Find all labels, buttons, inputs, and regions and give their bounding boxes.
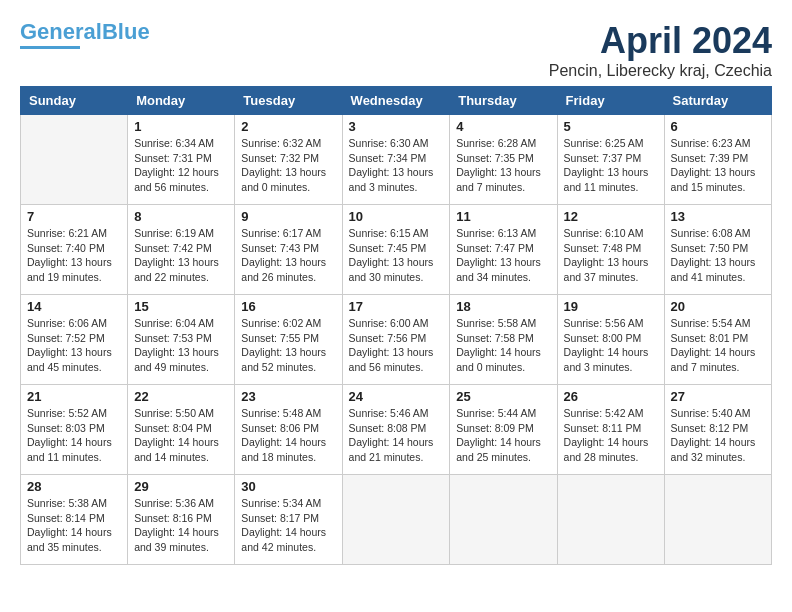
day-info: Sunrise: 6:25 AM Sunset: 7:37 PM Dayligh… xyxy=(564,136,658,195)
calendar-subtitle: Pencin, Liberecky kraj, Czechia xyxy=(549,62,772,80)
day-cell: 7Sunrise: 6:21 AM Sunset: 7:40 PM Daylig… xyxy=(21,205,128,295)
header-cell-saturday: Saturday xyxy=(664,87,771,115)
day-info: Sunrise: 6:10 AM Sunset: 7:48 PM Dayligh… xyxy=(564,226,658,285)
day-cell: 30Sunrise: 5:34 AM Sunset: 8:17 PM Dayli… xyxy=(235,475,342,565)
day-cell: 21Sunrise: 5:52 AM Sunset: 8:03 PM Dayli… xyxy=(21,385,128,475)
day-info: Sunrise: 6:23 AM Sunset: 7:39 PM Dayligh… xyxy=(671,136,765,195)
day-info: Sunrise: 5:46 AM Sunset: 8:08 PM Dayligh… xyxy=(349,406,444,465)
day-cell: 29Sunrise: 5:36 AM Sunset: 8:16 PM Dayli… xyxy=(128,475,235,565)
header-cell-tuesday: Tuesday xyxy=(235,87,342,115)
day-number: 7 xyxy=(27,209,121,224)
header-cell-monday: Monday xyxy=(128,87,235,115)
day-cell: 14Sunrise: 6:06 AM Sunset: 7:52 PM Dayli… xyxy=(21,295,128,385)
logo: GeneralBlue xyxy=(20,20,150,49)
week-row-4: 28Sunrise: 5:38 AM Sunset: 8:14 PM Dayli… xyxy=(21,475,772,565)
day-number: 29 xyxy=(134,479,228,494)
day-cell: 10Sunrise: 6:15 AM Sunset: 7:45 PM Dayli… xyxy=(342,205,450,295)
day-number: 10 xyxy=(349,209,444,224)
week-row-2: 14Sunrise: 6:06 AM Sunset: 7:52 PM Dayli… xyxy=(21,295,772,385)
day-cell xyxy=(342,475,450,565)
day-info: Sunrise: 5:58 AM Sunset: 7:58 PM Dayligh… xyxy=(456,316,550,375)
day-cell: 11Sunrise: 6:13 AM Sunset: 7:47 PM Dayli… xyxy=(450,205,557,295)
day-number: 13 xyxy=(671,209,765,224)
header-row: SundayMondayTuesdayWednesdayThursdayFrid… xyxy=(21,87,772,115)
day-number: 5 xyxy=(564,119,658,134)
day-info: Sunrise: 6:30 AM Sunset: 7:34 PM Dayligh… xyxy=(349,136,444,195)
day-number: 21 xyxy=(27,389,121,404)
day-info: Sunrise: 5:50 AM Sunset: 8:04 PM Dayligh… xyxy=(134,406,228,465)
day-cell: 6Sunrise: 6:23 AM Sunset: 7:39 PM Daylig… xyxy=(664,115,771,205)
day-info: Sunrise: 6:28 AM Sunset: 7:35 PM Dayligh… xyxy=(456,136,550,195)
logo-text: GeneralBlue xyxy=(20,20,150,44)
day-number: 6 xyxy=(671,119,765,134)
day-info: Sunrise: 6:08 AM Sunset: 7:50 PM Dayligh… xyxy=(671,226,765,285)
day-cell: 16Sunrise: 6:02 AM Sunset: 7:55 PM Dayli… xyxy=(235,295,342,385)
day-cell: 3Sunrise: 6:30 AM Sunset: 7:34 PM Daylig… xyxy=(342,115,450,205)
logo-general: General xyxy=(20,19,102,44)
day-info: Sunrise: 6:06 AM Sunset: 7:52 PM Dayligh… xyxy=(27,316,121,375)
day-number: 19 xyxy=(564,299,658,314)
day-cell: 22Sunrise: 5:50 AM Sunset: 8:04 PM Dayli… xyxy=(128,385,235,475)
day-cell: 4Sunrise: 6:28 AM Sunset: 7:35 PM Daylig… xyxy=(450,115,557,205)
day-info: Sunrise: 5:42 AM Sunset: 8:11 PM Dayligh… xyxy=(564,406,658,465)
day-cell xyxy=(450,475,557,565)
day-cell: 13Sunrise: 6:08 AM Sunset: 7:50 PM Dayli… xyxy=(664,205,771,295)
day-number: 9 xyxy=(241,209,335,224)
day-cell xyxy=(664,475,771,565)
day-cell: 17Sunrise: 6:00 AM Sunset: 7:56 PM Dayli… xyxy=(342,295,450,385)
day-number: 24 xyxy=(349,389,444,404)
header-cell-wednesday: Wednesday xyxy=(342,87,450,115)
day-info: Sunrise: 5:44 AM Sunset: 8:09 PM Dayligh… xyxy=(456,406,550,465)
day-cell: 9Sunrise: 6:17 AM Sunset: 7:43 PM Daylig… xyxy=(235,205,342,295)
day-number: 11 xyxy=(456,209,550,224)
day-number: 23 xyxy=(241,389,335,404)
day-number: 17 xyxy=(349,299,444,314)
day-cell: 26Sunrise: 5:42 AM Sunset: 8:11 PM Dayli… xyxy=(557,385,664,475)
day-cell: 19Sunrise: 5:56 AM Sunset: 8:00 PM Dayli… xyxy=(557,295,664,385)
logo-underline xyxy=(20,46,80,49)
day-info: Sunrise: 6:15 AM Sunset: 7:45 PM Dayligh… xyxy=(349,226,444,285)
day-number: 8 xyxy=(134,209,228,224)
day-info: Sunrise: 6:34 AM Sunset: 7:31 PM Dayligh… xyxy=(134,136,228,195)
day-cell: 23Sunrise: 5:48 AM Sunset: 8:06 PM Dayli… xyxy=(235,385,342,475)
day-cell: 12Sunrise: 6:10 AM Sunset: 7:48 PM Dayli… xyxy=(557,205,664,295)
day-number: 28 xyxy=(27,479,121,494)
day-cell: 2Sunrise: 6:32 AM Sunset: 7:32 PM Daylig… xyxy=(235,115,342,205)
day-cell: 15Sunrise: 6:04 AM Sunset: 7:53 PM Dayli… xyxy=(128,295,235,385)
header-cell-friday: Friday xyxy=(557,87,664,115)
day-number: 2 xyxy=(241,119,335,134)
day-number: 3 xyxy=(349,119,444,134)
title-area: April 2024 Pencin, Liberecky kraj, Czech… xyxy=(549,20,772,80)
day-info: Sunrise: 6:13 AM Sunset: 7:47 PM Dayligh… xyxy=(456,226,550,285)
day-number: 30 xyxy=(241,479,335,494)
day-number: 14 xyxy=(27,299,121,314)
day-info: Sunrise: 5:54 AM Sunset: 8:01 PM Dayligh… xyxy=(671,316,765,375)
day-number: 12 xyxy=(564,209,658,224)
day-number: 26 xyxy=(564,389,658,404)
day-cell: 20Sunrise: 5:54 AM Sunset: 8:01 PM Dayli… xyxy=(664,295,771,385)
day-cell: 24Sunrise: 5:46 AM Sunset: 8:08 PM Dayli… xyxy=(342,385,450,475)
logo-blue: Blue xyxy=(102,19,150,44)
day-info: Sunrise: 5:52 AM Sunset: 8:03 PM Dayligh… xyxy=(27,406,121,465)
day-number: 20 xyxy=(671,299,765,314)
week-row-3: 21Sunrise: 5:52 AM Sunset: 8:03 PM Dayli… xyxy=(21,385,772,475)
day-cell xyxy=(21,115,128,205)
day-info: Sunrise: 6:21 AM Sunset: 7:40 PM Dayligh… xyxy=(27,226,121,285)
day-number: 22 xyxy=(134,389,228,404)
day-info: Sunrise: 5:56 AM Sunset: 8:00 PM Dayligh… xyxy=(564,316,658,375)
week-row-1: 7Sunrise: 6:21 AM Sunset: 7:40 PM Daylig… xyxy=(21,205,772,295)
day-info: Sunrise: 6:02 AM Sunset: 7:55 PM Dayligh… xyxy=(241,316,335,375)
day-cell: 8Sunrise: 6:19 AM Sunset: 7:42 PM Daylig… xyxy=(128,205,235,295)
calendar-table: SundayMondayTuesdayWednesdayThursdayFrid… xyxy=(20,86,772,565)
day-info: Sunrise: 5:38 AM Sunset: 8:14 PM Dayligh… xyxy=(27,496,121,555)
day-cell: 5Sunrise: 6:25 AM Sunset: 7:37 PM Daylig… xyxy=(557,115,664,205)
day-number: 4 xyxy=(456,119,550,134)
day-number: 18 xyxy=(456,299,550,314)
day-number: 16 xyxy=(241,299,335,314)
day-info: Sunrise: 6:32 AM Sunset: 7:32 PM Dayligh… xyxy=(241,136,335,195)
day-number: 1 xyxy=(134,119,228,134)
calendar-title: April 2024 xyxy=(549,20,772,62)
day-info: Sunrise: 5:34 AM Sunset: 8:17 PM Dayligh… xyxy=(241,496,335,555)
day-cell: 28Sunrise: 5:38 AM Sunset: 8:14 PM Dayli… xyxy=(21,475,128,565)
day-number: 25 xyxy=(456,389,550,404)
